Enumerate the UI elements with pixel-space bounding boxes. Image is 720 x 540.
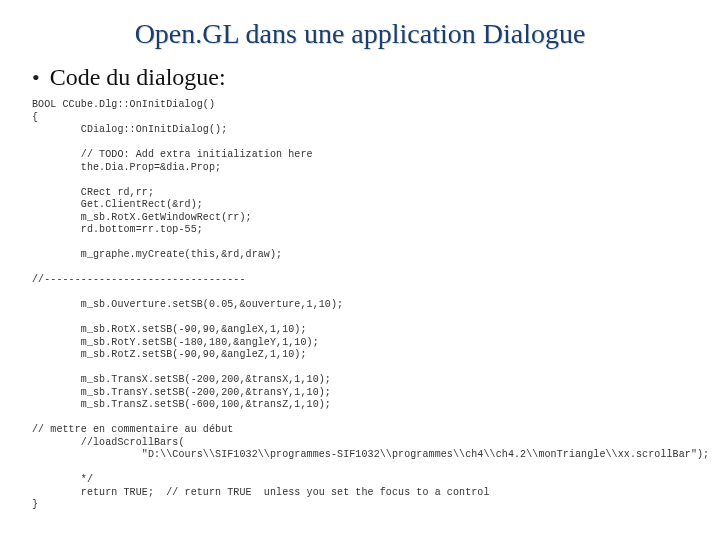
code-line: //loadScrollBars( (32, 437, 692, 450)
code-line (32, 174, 692, 187)
code-line: m_sb.TransY.setSB(-200,200,&transY,1,10)… (32, 387, 692, 400)
code-line: { (32, 112, 692, 125)
code-line: rd.bottom=rr.top-55; (32, 224, 692, 237)
code-line (32, 462, 692, 475)
code-line (32, 287, 692, 300)
code-line: "D:\\Cours\\SIF1032\\programmes-SIF1032\… (32, 449, 692, 462)
slide: Open.GL dans une application Dialogue • … (0, 0, 720, 540)
code-line (32, 362, 692, 375)
code-line: */ (32, 474, 692, 487)
code-line (32, 237, 692, 250)
code-line: m_sb.RotY.setSB(-180,180,&angleY,1,10); (32, 337, 692, 350)
code-line: return TRUE; // return TRUE unless you s… (32, 487, 692, 500)
code-line: // TODO: Add extra initialization here (32, 149, 692, 162)
code-line: m_sb.TransX.setSB(-200,200,&transX,1,10)… (32, 374, 692, 387)
code-line (32, 137, 692, 150)
bullet-text: Code du dialogue: (50, 64, 226, 91)
code-line (32, 262, 692, 275)
code-line (32, 412, 692, 425)
bullet-dot-icon: • (32, 67, 40, 89)
code-block: BOOL CCube.Dlg::OnInitDialog(){ CDialog:… (32, 99, 692, 512)
code-line: m_sb.TransZ.setSB(-600,100,&transZ,1,10)… (32, 399, 692, 412)
code-line: m_sb.RotX.GetWindowRect(rr); (32, 212, 692, 225)
code-line: m_sb.RotX.setSB(-90,90,&angleX,1,10); (32, 324, 692, 337)
code-line: CDialog::OnInitDialog(); (32, 124, 692, 137)
slide-title: Open.GL dans une application Dialogue (28, 18, 692, 50)
code-line: CRect rd,rr; (32, 187, 692, 200)
code-line: Get.ClientRect(&rd); (32, 199, 692, 212)
code-line: } (32, 499, 692, 512)
code-line: //--------------------------------- (32, 274, 692, 287)
code-line: m_sb.Ouverture.setSB(0.05,&ouverture,1,1… (32, 299, 692, 312)
code-line: m_sb.RotZ.setSB(-90,90,&angleZ,1,10); (32, 349, 692, 362)
code-line (32, 312, 692, 325)
code-line: the.Dia.Prop=&dia.Prop; (32, 162, 692, 175)
code-line: // mettre en commentaire au début (32, 424, 692, 437)
bullet-row: • Code du dialogue: (32, 64, 692, 91)
code-line: m_graphe.myCreate(this,&rd,draw); (32, 249, 692, 262)
code-line: BOOL CCube.Dlg::OnInitDialog() (32, 99, 692, 112)
